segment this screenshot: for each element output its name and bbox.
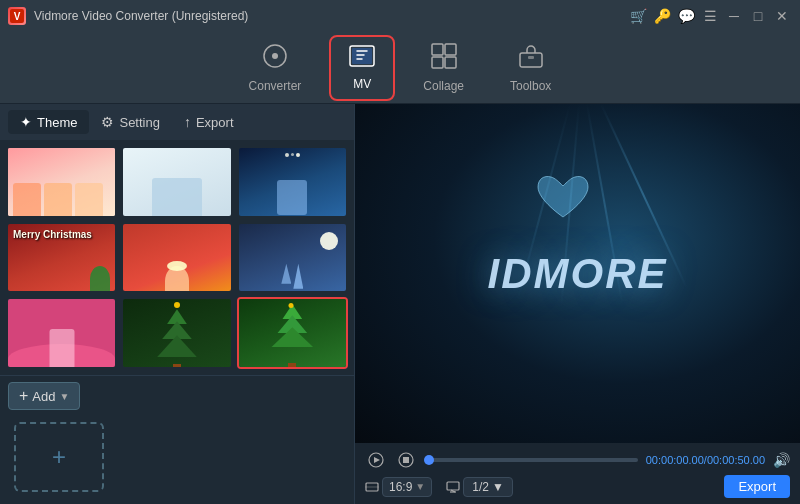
nav-bar: Converter MV Collage xyxy=(0,32,800,104)
tab-mv[interactable]: MV xyxy=(329,35,395,101)
svg-rect-18 xyxy=(447,482,459,490)
theme-christmas-eve[interactable]: Christmas Eve xyxy=(237,146,348,218)
ratio-container: 16:9 ▼ xyxy=(365,477,432,497)
collage-icon xyxy=(431,43,457,75)
app-icon: V xyxy=(8,7,26,25)
mv-label: MV xyxy=(353,77,371,91)
tab-converter[interactable]: Converter xyxy=(231,35,320,101)
right-panel: IDMORE xyxy=(355,104,800,504)
play-button[interactable] xyxy=(365,449,387,471)
export-button[interactable]: Export xyxy=(724,475,790,498)
svg-rect-15 xyxy=(403,457,409,463)
svg-marker-13 xyxy=(374,457,380,463)
export-tab[interactable]: ↑ Export xyxy=(172,110,246,134)
panel-tabs: ✦ Theme ⚙ Setting ↑ Export xyxy=(0,104,354,140)
theme-stripes-waves[interactable]: Stripes & Waves xyxy=(6,297,117,369)
add-button[interactable]: + Add ▼ xyxy=(8,382,80,410)
title-bar-controls: 🛒 🔑 💬 ☰ ─ □ ✕ xyxy=(628,6,792,26)
theme-grid: Happy Simple xyxy=(0,140,354,375)
theme-beautiful-christmas[interactable]: Beautiful Christmas xyxy=(237,297,348,369)
volume-icon[interactable]: 🔊 xyxy=(773,452,790,468)
key-icon[interactable]: 🔑 xyxy=(652,6,672,26)
theme-snowy-night[interactable]: Snowy Night xyxy=(237,222,348,294)
cart-icon[interactable]: 🛒 xyxy=(628,6,648,26)
theme-christmas-tree[interactable]: Christmas Tree xyxy=(121,297,232,369)
chat-icon[interactable]: 💬 xyxy=(676,6,696,26)
ratio-value: 16:9 xyxy=(389,480,412,494)
theme-tab[interactable]: ✦ Theme xyxy=(8,110,89,134)
add-thumbnail-area[interactable]: + xyxy=(14,422,104,492)
tab-toolbox[interactable]: Toolbox xyxy=(492,35,569,101)
ratio-arrow-icon: ▼ xyxy=(415,481,425,492)
ratio-selector[interactable]: 16:9 ▼ xyxy=(382,477,432,497)
mv-icon xyxy=(349,45,375,73)
add-label: Add xyxy=(32,389,55,404)
theme-tab-label: Theme xyxy=(37,115,77,130)
stop-button[interactable] xyxy=(395,449,417,471)
dropdown-arrow-icon: ▼ xyxy=(59,391,69,402)
vidmore-logo: IDMORE xyxy=(488,250,668,298)
bottom-area: + Add ▼ + xyxy=(0,375,354,504)
svg-rect-6 xyxy=(432,44,443,55)
monitor-container: 1/2 ▼ xyxy=(446,477,513,497)
monitor-selector[interactable]: 1/2 ▼ xyxy=(463,477,513,497)
svg-rect-9 xyxy=(445,57,456,68)
setting-tab-label: Setting xyxy=(119,115,159,130)
theme-simple[interactable]: Simple xyxy=(121,146,232,218)
monitor-value: 1/2 xyxy=(472,480,489,494)
close-button[interactable]: ✕ xyxy=(772,6,792,26)
svg-rect-10 xyxy=(520,53,542,67)
add-plus-icon: + xyxy=(52,443,66,471)
plus-icon: + xyxy=(19,387,28,405)
title-bar: V Vidmore Video Converter (Unregistered)… xyxy=(0,0,800,32)
controls-top-row: 00:00:00.00/00:00:50.00 🔊 xyxy=(365,449,790,471)
theme-happy[interactable]: Happy xyxy=(6,146,117,218)
menu-icon[interactable]: ☰ xyxy=(700,6,720,26)
toolbox-label: Toolbox xyxy=(510,79,551,93)
svg-point-3 xyxy=(272,53,278,59)
time-display: 00:00:00.00/00:00:50.00 xyxy=(646,454,765,466)
minimize-button[interactable]: ─ xyxy=(724,6,744,26)
toolbox-icon xyxy=(518,43,544,75)
svg-text:V: V xyxy=(14,11,21,22)
converter-icon xyxy=(262,43,288,75)
svg-rect-7 xyxy=(445,44,456,55)
tab-collage[interactable]: Collage xyxy=(405,35,482,101)
controls-bottom-row: 16:9 ▼ 1/2 ▼ Export xyxy=(365,475,790,498)
monitor-arrow-icon: ▼ xyxy=(492,480,504,494)
setting-tab[interactable]: ⚙ Setting xyxy=(89,110,171,134)
ratio-icon xyxy=(365,480,379,494)
theme-icon: ✦ xyxy=(20,114,32,130)
main-content: ✦ Theme ⚙ Setting ↑ Export xyxy=(0,104,800,504)
player-controls: 00:00:00.00/00:00:50.00 🔊 16:9 ▼ xyxy=(355,443,800,504)
svg-rect-8 xyxy=(432,57,443,68)
converter-label: Converter xyxy=(249,79,302,93)
theme-santa-claus[interactable]: Santa Claus xyxy=(121,222,232,294)
svg-rect-11 xyxy=(528,56,534,59)
video-preview: IDMORE xyxy=(355,104,800,443)
progress-thumb[interactable] xyxy=(424,455,434,465)
export-tab-label: Export xyxy=(196,115,234,130)
collage-label: Collage xyxy=(423,79,464,93)
setting-icon: ⚙ xyxy=(101,114,114,130)
export-icon: ↑ xyxy=(184,114,191,130)
progress-bar[interactable] xyxy=(425,458,638,462)
left-panel: ✦ Theme ⚙ Setting ↑ Export xyxy=(0,104,355,504)
title-bar-text: Vidmore Video Converter (Unregistered) xyxy=(34,9,628,23)
monitor-icon xyxy=(446,480,460,494)
maximize-button[interactable]: □ xyxy=(748,6,768,26)
light-heart xyxy=(533,172,593,222)
theme-merry-christmas[interactable]: Merry Christmas Merry Christmas xyxy=(6,222,117,294)
